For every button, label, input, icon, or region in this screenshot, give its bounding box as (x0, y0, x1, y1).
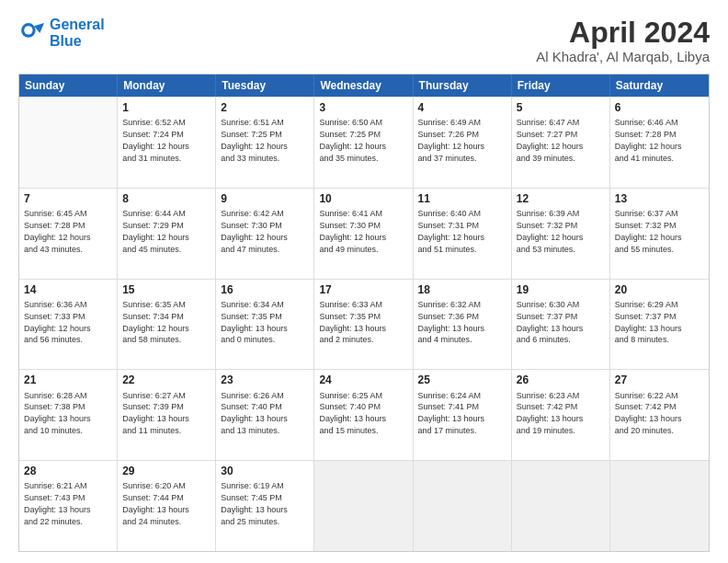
day-number: 1 (122, 100, 210, 115)
cell-details: Sunrise: 6:28 AM Sunset: 7:38 PM Dayligh… (24, 391, 91, 435)
cell-details: Sunrise: 6:29 AM Sunset: 7:37 PM Dayligh… (615, 300, 682, 344)
day-number: 9 (221, 191, 309, 206)
subtitle: Al Khadra', Al Marqab, Libya (536, 49, 710, 64)
cell-details: Sunrise: 6:49 AM Sunset: 7:26 PM Dayligh… (418, 118, 485, 162)
day-number: 19 (517, 282, 605, 297)
day-number: 30 (221, 464, 309, 478)
calendar-cell: 26Sunrise: 6:23 AM Sunset: 7:42 PM Dayli… (512, 370, 610, 460)
cell-details: Sunrise: 6:19 AM Sunset: 7:45 PM Dayligh… (221, 481, 288, 525)
calendar-cell: 24Sunrise: 6:25 AM Sunset: 7:40 PM Dayli… (314, 370, 413, 460)
cell-details: Sunrise: 6:22 AM Sunset: 7:42 PM Dayligh… (615, 391, 682, 435)
calendar-body: 1Sunrise: 6:52 AM Sunset: 7:24 PM Daylig… (19, 97, 709, 551)
weekday-header: Wednesday (314, 75, 413, 97)
calendar-row: 1Sunrise: 6:52 AM Sunset: 7:24 PM Daylig… (19, 97, 709, 188)
calendar-cell: 28Sunrise: 6:21 AM Sunset: 7:43 PM Dayli… (19, 461, 118, 551)
calendar-row: 7Sunrise: 6:45 AM Sunset: 7:28 PM Daylig… (19, 188, 709, 279)
weekday-header: Monday (118, 75, 216, 97)
calendar-cell: 6Sunrise: 6:46 AM Sunset: 7:28 PM Daylig… (610, 98, 709, 188)
calendar-cell: 21Sunrise: 6:28 AM Sunset: 7:38 PM Dayli… (19, 370, 118, 460)
day-number: 14 (24, 282, 112, 297)
day-number: 18 (418, 282, 506, 297)
day-number: 2 (221, 100, 309, 115)
cell-details: Sunrise: 6:20 AM Sunset: 7:44 PM Dayligh… (122, 481, 189, 525)
cell-details: Sunrise: 6:35 AM Sunset: 7:34 PM Dayligh… (122, 300, 189, 344)
calendar-cell: 13Sunrise: 6:37 AM Sunset: 7:32 PM Dayli… (610, 189, 709, 279)
calendar-cell: 15Sunrise: 6:35 AM Sunset: 7:34 PM Dayli… (118, 280, 216, 370)
day-number: 26 (517, 373, 605, 387)
day-number: 25 (418, 373, 506, 387)
calendar-cell: 17Sunrise: 6:33 AM Sunset: 7:35 PM Dayli… (314, 280, 413, 370)
cell-details: Sunrise: 6:34 AM Sunset: 7:35 PM Dayligh… (221, 300, 288, 344)
calendar-cell: 25Sunrise: 6:24 AM Sunset: 7:41 PM Dayli… (414, 370, 512, 460)
day-number: 13 (615, 191, 704, 206)
logo-line1: General (50, 17, 105, 32)
day-number: 22 (122, 373, 210, 387)
cell-details: Sunrise: 6:50 AM Sunset: 7:25 PM Dayligh… (319, 118, 386, 162)
cell-details: Sunrise: 6:32 AM Sunset: 7:36 PM Dayligh… (418, 300, 485, 344)
calendar-cell: 5Sunrise: 6:47 AM Sunset: 7:27 PM Daylig… (512, 98, 610, 188)
cell-details: Sunrise: 6:41 AM Sunset: 7:30 PM Dayligh… (319, 209, 386, 253)
calendar-cell: 1Sunrise: 6:52 AM Sunset: 7:24 PM Daylig… (118, 98, 216, 188)
calendar-cell: 4Sunrise: 6:49 AM Sunset: 7:26 PM Daylig… (414, 98, 512, 188)
day-number: 15 (122, 282, 210, 297)
day-number: 4 (418, 100, 506, 115)
calendar-cell: 22Sunrise: 6:27 AM Sunset: 7:39 PM Dayli… (118, 370, 216, 460)
calendar-cell: 23Sunrise: 6:26 AM Sunset: 7:40 PM Dayli… (216, 370, 314, 460)
weekday-header: Thursday (414, 75, 512, 97)
day-number: 11 (418, 191, 506, 206)
calendar-cell: 2Sunrise: 6:51 AM Sunset: 7:25 PM Daylig… (216, 98, 314, 188)
calendar-header: SundayMondayTuesdayWednesdayThursdayFrid… (19, 75, 709, 97)
cell-details: Sunrise: 6:44 AM Sunset: 7:29 PM Dayligh… (122, 209, 189, 253)
day-number: 20 (615, 282, 704, 297)
calendar: SundayMondayTuesdayWednesdayThursdayFrid… (18, 74, 710, 552)
cell-details: Sunrise: 6:30 AM Sunset: 7:37 PM Dayligh… (517, 300, 584, 344)
calendar-cell (414, 461, 512, 551)
cell-details: Sunrise: 6:36 AM Sunset: 7:33 PM Dayligh… (24, 300, 91, 344)
day-number: 3 (319, 100, 407, 115)
calendar-row: 14Sunrise: 6:36 AM Sunset: 7:33 PM Dayli… (19, 279, 709, 370)
cell-details: Sunrise: 6:39 AM Sunset: 7:32 PM Dayligh… (517, 209, 584, 253)
cell-details: Sunrise: 6:52 AM Sunset: 7:24 PM Dayligh… (122, 118, 189, 162)
calendar-cell (19, 98, 118, 188)
calendar-cell: 29Sunrise: 6:20 AM Sunset: 7:44 PM Dayli… (118, 461, 216, 551)
day-number: 8 (122, 191, 210, 206)
logo: General Blue (18, 17, 105, 49)
calendar-cell: 3Sunrise: 6:50 AM Sunset: 7:25 PM Daylig… (314, 98, 413, 188)
cell-details: Sunrise: 6:26 AM Sunset: 7:40 PM Dayligh… (221, 391, 288, 435)
logo-line2: Blue (50, 33, 82, 49)
calendar-cell: 30Sunrise: 6:19 AM Sunset: 7:45 PM Dayli… (216, 461, 314, 551)
svg-marker-2 (34, 23, 44, 33)
calendar-cell (512, 461, 610, 551)
day-number: 10 (319, 191, 407, 206)
cell-details: Sunrise: 6:47 AM Sunset: 7:27 PM Dayligh… (517, 118, 584, 162)
cell-details: Sunrise: 6:46 AM Sunset: 7:28 PM Dayligh… (615, 118, 682, 162)
calendar-cell: 20Sunrise: 6:29 AM Sunset: 7:37 PM Dayli… (610, 280, 709, 370)
calendar-cell: 9Sunrise: 6:42 AM Sunset: 7:30 PM Daylig… (216, 189, 314, 279)
cell-details: Sunrise: 6:51 AM Sunset: 7:25 PM Dayligh… (221, 118, 288, 162)
calendar-cell: 8Sunrise: 6:44 AM Sunset: 7:29 PM Daylig… (118, 189, 216, 279)
calendar-cell (314, 461, 413, 551)
logo-text: General Blue (50, 17, 105, 49)
calendar-cell: 19Sunrise: 6:30 AM Sunset: 7:37 PM Dayli… (512, 280, 610, 370)
day-number: 5 (517, 100, 605, 115)
cell-details: Sunrise: 6:23 AM Sunset: 7:42 PM Dayligh… (517, 391, 584, 435)
cell-details: Sunrise: 6:42 AM Sunset: 7:30 PM Dayligh… (221, 209, 288, 253)
logo-icon (18, 20, 44, 46)
calendar-cell: 12Sunrise: 6:39 AM Sunset: 7:32 PM Dayli… (512, 189, 610, 279)
day-number: 6 (615, 100, 704, 115)
page: General Blue April 2024 Al Khadra', Al M… (0, 0, 728, 563)
day-number: 29 (122, 464, 210, 478)
calendar-cell: 10Sunrise: 6:41 AM Sunset: 7:30 PM Dayli… (314, 189, 413, 279)
calendar-cell (610, 461, 709, 551)
day-number: 17 (319, 282, 407, 297)
main-title: April 2024 (536, 17, 710, 49)
day-number: 23 (221, 373, 309, 387)
day-number: 27 (615, 373, 704, 387)
cell-details: Sunrise: 6:25 AM Sunset: 7:40 PM Dayligh… (319, 391, 386, 435)
calendar-cell: 14Sunrise: 6:36 AM Sunset: 7:33 PM Dayli… (19, 280, 118, 370)
calendar-cell: 18Sunrise: 6:32 AM Sunset: 7:36 PM Dayli… (414, 280, 512, 370)
day-number: 7 (24, 191, 112, 206)
weekday-header: Sunday (19, 75, 118, 97)
calendar-cell: 7Sunrise: 6:45 AM Sunset: 7:28 PM Daylig… (19, 189, 118, 279)
cell-details: Sunrise: 6:33 AM Sunset: 7:35 PM Dayligh… (319, 300, 386, 344)
